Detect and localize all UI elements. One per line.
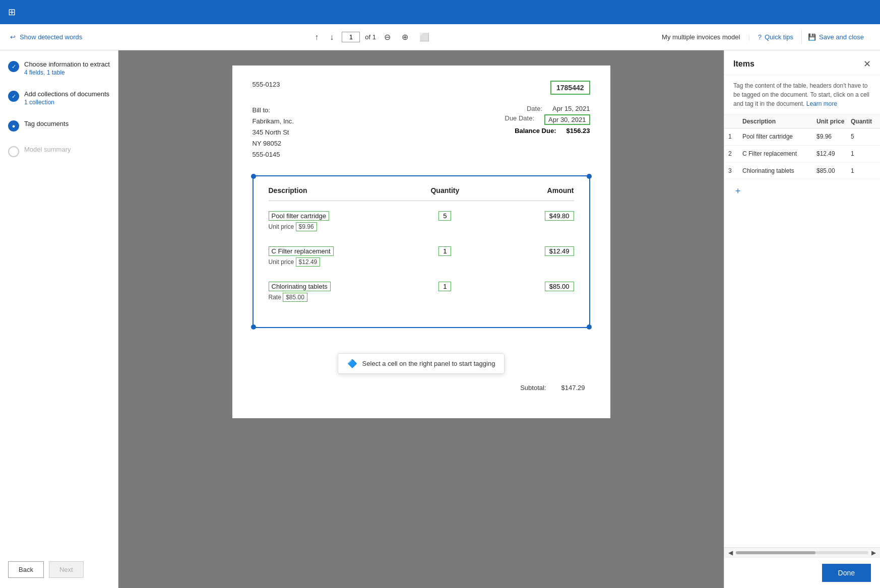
- tooltip-text: Select a cell on the right panel to star…: [362, 360, 495, 367]
- row1-qty: 5: [402, 211, 488, 221]
- invoice-bill-section: Bill to: Fabrikam, Inc. 345 North St NY …: [253, 105, 590, 160]
- item3-desc: Chlorinating tablets: [742, 167, 816, 175]
- main-content: ✓ Choose information to extract 4 fields…: [0, 50, 880, 588]
- balance-value: $156.23: [567, 127, 590, 135]
- row3-name: Chlorinating tablets: [269, 282, 331, 291]
- row2-qty: 1: [402, 246, 488, 256]
- items-table: Description Unit price Quantit 1 Pool fi…: [724, 115, 880, 547]
- scroll-track[interactable]: [736, 551, 868, 554]
- due-date-row: Due Date: Apr 30, 2021: [505, 114, 590, 125]
- learn-more-link[interactable]: Learn more: [806, 100, 837, 107]
- model-label: My multiple invoices model: [662, 33, 740, 41]
- right-panel: Items ✕ Tag the content of the table, he…: [724, 50, 880, 588]
- step3-title: Tag documents: [24, 120, 69, 127]
- invoice-id-box: 1785442: [550, 81, 590, 95]
- row3-qty: 1: [402, 282, 488, 291]
- bill-to-label: Bill to:: [253, 105, 294, 116]
- add-row-section: ＋: [724, 179, 880, 202]
- question-icon: ?: [758, 33, 762, 41]
- back-button[interactable]: Back: [8, 561, 44, 578]
- save-close-button[interactable]: 💾 Save and close: [801, 30, 870, 44]
- page-number-input[interactable]: 1: [342, 32, 360, 42]
- save-close-label: Save and close: [819, 33, 864, 41]
- done-button[interactable]: Done: [822, 564, 871, 582]
- item1-desc: Pool filter cartridge: [742, 133, 816, 141]
- item1-qty: 5: [851, 133, 876, 140]
- panel-footer: Done: [724, 557, 880, 588]
- panel-close-button[interactable]: ✕: [863, 58, 871, 70]
- th-description: Description: [742, 118, 816, 125]
- zoom-out-btn[interactable]: ⊖: [381, 30, 394, 44]
- subtotal-row: Subtotal: $147.29: [253, 384, 590, 391]
- page-up-btn[interactable]: ↑: [311, 31, 322, 44]
- item3-qty: 1: [851, 167, 876, 174]
- row3-amt: $85.00: [488, 282, 574, 291]
- row2-amt-val: $12.49: [545, 246, 574, 256]
- item3-price: $85.00: [816, 167, 851, 174]
- row1-price: Unit price $9.96: [269, 222, 402, 231]
- step2-icon: ✓: [8, 91, 19, 102]
- due-date-label: Due Date:: [505, 114, 535, 125]
- top-bar: ⊞: [0, 0, 880, 24]
- grid-icon[interactable]: ⊞: [8, 7, 16, 18]
- step2-title: Add collections of documents: [24, 90, 109, 98]
- date-row: Date: Apr 15, 2021: [505, 105, 590, 112]
- row2-price-val: $12.49: [296, 257, 321, 267]
- th-unit-price: Unit price: [816, 118, 851, 125]
- list-item[interactable]: 2 C Filter replacement $12.49 1: [724, 146, 880, 163]
- row2-desc: C Filter replacement Unit price $12.49: [269, 246, 402, 267]
- th-num: [728, 118, 742, 125]
- scroll-left-btn[interactable]: ◀: [728, 549, 733, 556]
- item2-qty: 1: [851, 150, 876, 157]
- page-down-btn[interactable]: ↓: [327, 31, 337, 44]
- step2-subtitle: 1 collection: [24, 99, 109, 106]
- show-detected-words-btn[interactable]: ↩ Show detected words: [10, 33, 82, 41]
- step3-icon: ●: [8, 120, 19, 132]
- step3-content: Tag documents: [24, 120, 69, 127]
- company-name: Fabrikam, Inc.: [253, 116, 294, 127]
- sidebar-nav-buttons: Back Next: [8, 561, 110, 578]
- step-3: ● Tag documents: [8, 120, 110, 132]
- step2-content: Add collections of documents 1 collectio…: [24, 90, 109, 106]
- th-quantity: Quantit: [851, 118, 876, 125]
- subtotal-label: Subtotal:: [520, 384, 546, 391]
- scroll-right-btn[interactable]: ▶: [871, 549, 876, 556]
- row1-amt: $49.80: [488, 211, 574, 221]
- item2-num: 2: [728, 150, 742, 157]
- date-label: Date:: [527, 105, 542, 112]
- save-icon: 💾: [808, 33, 816, 41]
- fit-page-btn[interactable]: ⬜: [416, 30, 432, 44]
- secondary-toolbar: ↩ Show detected words ↑ ↓ 1 of 1 ⊖ ⊕ ⬜ M…: [0, 24, 880, 50]
- date-value: Apr 15, 2021: [552, 105, 590, 112]
- scrollbar-area: ◀ ▶: [724, 547, 880, 557]
- panel-description: Tag the content of the table, headers do…: [724, 75, 880, 115]
- row1-amt-val: $49.80: [545, 211, 574, 221]
- col-desc-header: Description: [269, 186, 402, 194]
- quick-tips-button[interactable]: ? Quick tips: [752, 30, 799, 44]
- balance-label: Balance Due:: [515, 127, 556, 135]
- step1-content: Choose information to extract 4 fields, …: [24, 60, 110, 76]
- document-area[interactable]: 555-0123 1785442 Bill to: Fabrikam, Inc.…: [118, 50, 724, 588]
- panel-title: Items: [733, 59, 755, 69]
- step4-content: Model summary: [24, 146, 71, 153]
- due-date-value: Apr 30, 2021: [544, 114, 590, 125]
- list-item[interactable]: 1 Pool filter cartridge $9.96 5: [724, 128, 880, 146]
- item3-num: 3: [728, 167, 742, 174]
- col-amt-header: Amount: [488, 186, 574, 194]
- eye-icon: ↩: [10, 33, 16, 41]
- step1-subtitle: 4 fields, 1 table: [24, 69, 110, 76]
- item2-price: $12.49: [816, 150, 851, 157]
- list-item[interactable]: 3 Chlorinating tablets $85.00 1: [724, 163, 880, 180]
- row3-qty-val: 1: [438, 282, 451, 291]
- tooltip-icon: 🔷: [347, 359, 357, 368]
- panel-header: Items ✕: [724, 50, 880, 75]
- zoom-in-btn[interactable]: ⊕: [399, 30, 411, 44]
- row3-price-val: $85.00: [283, 293, 307, 302]
- row3-amt-val: $85.00: [545, 282, 574, 291]
- pagination-controls: ↑ ↓ 1 of 1 ⊖ ⊕ ⬜: [311, 30, 432, 44]
- row2-qty-val: 1: [438, 246, 451, 256]
- tooltip-banner: 🔷 Select a cell on the right panel to st…: [338, 353, 505, 374]
- add-row-button[interactable]: ＋: [733, 184, 742, 197]
- address2: NY 98052: [253, 138, 294, 149]
- col-qty-header: Quantity: [402, 186, 488, 194]
